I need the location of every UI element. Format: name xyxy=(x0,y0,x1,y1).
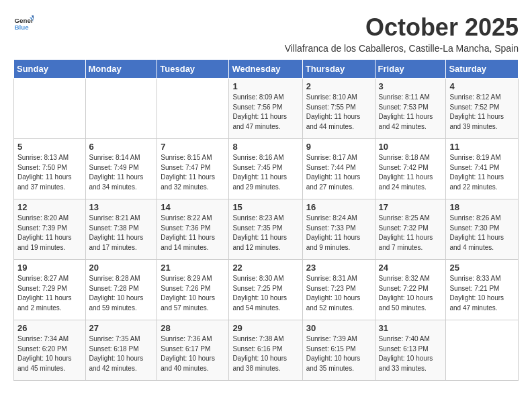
day-number: 4 xyxy=(449,81,515,91)
day-info: Sunrise: 8:32 AM Sunset: 7:22 PM Dayligh… xyxy=(379,274,443,313)
day-number: 23 xyxy=(306,263,371,273)
calendar-cell: 10Sunrise: 8:18 AM Sunset: 7:42 PM Dayli… xyxy=(375,139,446,199)
day-info: Sunrise: 8:21 AM Sunset: 7:38 PM Dayligh… xyxy=(89,214,154,253)
day-number: 1 xyxy=(232,81,298,91)
calendar-cell xyxy=(14,79,86,139)
day-number: 6 xyxy=(89,142,154,152)
calendar-week-2: 5Sunrise: 8:13 AM Sunset: 7:50 PM Daylig… xyxy=(14,139,519,199)
weekday-header-row: SundayMondayTuesdayWednesdayThursdayFrid… xyxy=(14,60,519,79)
day-info: Sunrise: 8:27 AM Sunset: 7:29 PM Dayligh… xyxy=(17,274,82,313)
calendar-cell: 9Sunrise: 8:17 AM Sunset: 7:44 PM Daylig… xyxy=(302,139,375,199)
day-number: 28 xyxy=(161,323,225,333)
logo: General Blue xyxy=(13,13,34,34)
day-info: Sunrise: 7:34 AM Sunset: 6:20 PM Dayligh… xyxy=(17,334,82,373)
calendar-week-4: 19Sunrise: 8:27 AM Sunset: 7:29 PM Dayli… xyxy=(14,260,519,320)
day-number: 20 xyxy=(89,263,154,273)
day-info: Sunrise: 8:09 AM Sunset: 7:56 PM Dayligh… xyxy=(232,93,298,132)
day-info: Sunrise: 8:12 AM Sunset: 7:52 PM Dayligh… xyxy=(449,93,515,132)
calendar-cell: 2Sunrise: 8:10 AM Sunset: 7:55 PM Daylig… xyxy=(302,79,375,139)
day-number: 9 xyxy=(306,142,371,152)
title-block: October 2025 Villafranca de los Caballer… xyxy=(285,13,519,54)
day-number: 18 xyxy=(449,202,515,212)
day-info: Sunrise: 8:28 AM Sunset: 7:28 PM Dayligh… xyxy=(89,274,154,313)
month-title: October 2025 xyxy=(285,13,519,42)
day-number: 12 xyxy=(17,202,82,212)
calendar-header: SundayMondayTuesdayWednesdayThursdayFrid… xyxy=(14,60,519,79)
day-number: 25 xyxy=(449,263,515,273)
calendar-cell: 11Sunrise: 8:19 AM Sunset: 7:41 PM Dayli… xyxy=(446,139,519,199)
day-number: 24 xyxy=(379,263,443,273)
day-info: Sunrise: 8:24 AM Sunset: 7:33 PM Dayligh… xyxy=(306,214,371,253)
calendar-cell: 28Sunrise: 7:36 AM Sunset: 6:17 PM Dayli… xyxy=(157,320,229,381)
calendar-cell: 21Sunrise: 8:29 AM Sunset: 7:26 PM Dayli… xyxy=(157,260,229,320)
calendar-cell: 6Sunrise: 8:14 AM Sunset: 7:49 PM Daylig… xyxy=(85,139,157,199)
calendar-cell: 4Sunrise: 8:12 AM Sunset: 7:52 PM Daylig… xyxy=(446,79,519,139)
weekday-header-friday: Friday xyxy=(375,60,446,79)
calendar-cell: 22Sunrise: 8:30 AM Sunset: 7:25 PM Dayli… xyxy=(229,260,302,320)
day-number: 10 xyxy=(379,142,443,152)
day-number: 14 xyxy=(161,202,225,212)
calendar-cell: 30Sunrise: 7:39 AM Sunset: 6:15 PM Dayli… xyxy=(302,320,375,381)
day-info: Sunrise: 8:16 AM Sunset: 7:45 PM Dayligh… xyxy=(232,153,298,192)
weekday-header-tuesday: Tuesday xyxy=(157,60,229,79)
day-info: Sunrise: 8:19 AM Sunset: 7:41 PM Dayligh… xyxy=(449,153,515,192)
day-number: 7 xyxy=(161,142,225,152)
calendar-cell: 3Sunrise: 8:11 AM Sunset: 7:53 PM Daylig… xyxy=(375,79,446,139)
day-info: Sunrise: 8:20 AM Sunset: 7:39 PM Dayligh… xyxy=(17,214,82,253)
calendar-cell: 27Sunrise: 7:35 AM Sunset: 6:18 PM Dayli… xyxy=(85,320,157,381)
calendar-table: SundayMondayTuesdayWednesdayThursdayFrid… xyxy=(13,59,519,381)
day-info: Sunrise: 8:17 AM Sunset: 7:44 PM Dayligh… xyxy=(306,153,371,192)
calendar-cell: 14Sunrise: 8:22 AM Sunset: 7:36 PM Dayli… xyxy=(157,199,229,260)
day-info: Sunrise: 8:22 AM Sunset: 7:36 PM Dayligh… xyxy=(161,214,225,253)
day-info: Sunrise: 8:25 AM Sunset: 7:32 PM Dayligh… xyxy=(379,214,443,253)
calendar-cell: 17Sunrise: 8:25 AM Sunset: 7:32 PM Dayli… xyxy=(375,199,446,260)
calendar-cell: 18Sunrise: 8:26 AM Sunset: 7:30 PM Dayli… xyxy=(446,199,519,260)
location-subtitle: Villafranca de los Caballeros, Castille-… xyxy=(285,43,519,54)
day-info: Sunrise: 8:30 AM Sunset: 7:25 PM Dayligh… xyxy=(232,274,298,313)
weekday-header-sunday: Sunday xyxy=(14,60,86,79)
day-info: Sunrise: 8:10 AM Sunset: 7:55 PM Dayligh… xyxy=(306,93,371,132)
day-number: 13 xyxy=(89,202,154,212)
day-info: Sunrise: 8:26 AM Sunset: 7:30 PM Dayligh… xyxy=(449,214,515,253)
calendar-cell: 23Sunrise: 8:31 AM Sunset: 7:23 PM Dayli… xyxy=(302,260,375,320)
logo-icon: General Blue xyxy=(13,13,34,34)
day-number: 11 xyxy=(449,142,515,152)
day-info: Sunrise: 8:23 AM Sunset: 7:35 PM Dayligh… xyxy=(232,214,298,253)
calendar-cell: 16Sunrise: 8:24 AM Sunset: 7:33 PM Dayli… xyxy=(302,199,375,260)
calendar-week-1: 1Sunrise: 8:09 AM Sunset: 7:56 PM Daylig… xyxy=(14,79,519,139)
day-info: Sunrise: 8:33 AM Sunset: 7:21 PM Dayligh… xyxy=(449,274,515,313)
day-number: 2 xyxy=(306,81,371,91)
weekday-header-saturday: Saturday xyxy=(446,60,519,79)
calendar-cell xyxy=(446,320,519,381)
weekday-header-monday: Monday xyxy=(85,60,157,79)
day-number: 5 xyxy=(17,142,82,152)
calendar-cell: 29Sunrise: 7:38 AM Sunset: 6:16 PM Dayli… xyxy=(229,320,302,381)
day-info: Sunrise: 8:11 AM Sunset: 7:53 PM Dayligh… xyxy=(379,93,443,132)
calendar-cell: 15Sunrise: 8:23 AM Sunset: 7:35 PM Dayli… xyxy=(229,199,302,260)
weekday-header-wednesday: Wednesday xyxy=(229,60,302,79)
day-number: 19 xyxy=(17,263,82,273)
day-number: 22 xyxy=(232,263,298,273)
day-info: Sunrise: 7:38 AM Sunset: 6:16 PM Dayligh… xyxy=(232,334,298,373)
day-number: 17 xyxy=(379,202,443,212)
svg-text:Blue: Blue xyxy=(15,24,30,31)
day-number: 16 xyxy=(306,202,371,212)
day-number: 29 xyxy=(232,323,298,333)
day-info: Sunrise: 8:18 AM Sunset: 7:42 PM Dayligh… xyxy=(379,153,443,192)
day-info: Sunrise: 8:31 AM Sunset: 7:23 PM Dayligh… xyxy=(306,274,371,313)
day-number: 8 xyxy=(232,142,298,152)
calendar-cell: 20Sunrise: 8:28 AM Sunset: 7:28 PM Dayli… xyxy=(85,260,157,320)
calendar-cell xyxy=(157,79,229,139)
day-info: Sunrise: 7:36 AM Sunset: 6:17 PM Dayligh… xyxy=(161,334,225,373)
calendar-cell: 13Sunrise: 8:21 AM Sunset: 7:38 PM Dayli… xyxy=(85,199,157,260)
day-number: 15 xyxy=(232,202,298,212)
day-info: Sunrise: 7:39 AM Sunset: 6:15 PM Dayligh… xyxy=(306,334,371,373)
day-number: 27 xyxy=(89,323,154,333)
day-number: 21 xyxy=(161,263,225,273)
calendar-cell: 19Sunrise: 8:27 AM Sunset: 7:29 PM Dayli… xyxy=(14,260,86,320)
page-header: General Blue October 2025 Villafranca de… xyxy=(13,13,519,54)
calendar-week-3: 12Sunrise: 8:20 AM Sunset: 7:39 PM Dayli… xyxy=(14,199,519,260)
calendar-week-5: 26Sunrise: 7:34 AM Sunset: 6:20 PM Dayli… xyxy=(14,320,519,381)
weekday-header-thursday: Thursday xyxy=(302,60,375,79)
calendar-cell: 5Sunrise: 8:13 AM Sunset: 7:50 PM Daylig… xyxy=(14,139,86,199)
